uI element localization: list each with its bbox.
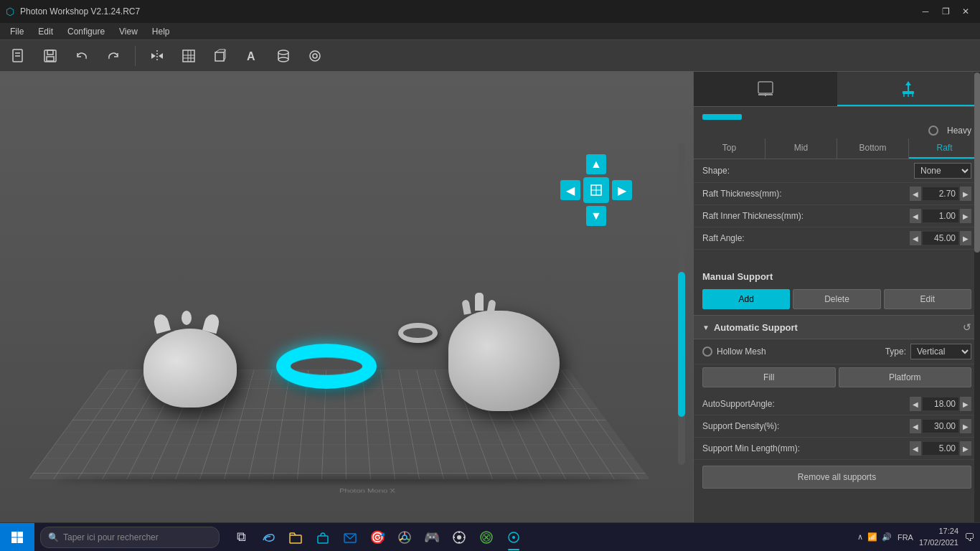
search-bar[interactable]: 🔍 Taper ici pour rechercher — [40, 527, 220, 548]
density-dec[interactable]: ◀ — [910, 419, 921, 433]
nav-right-button[interactable]: ▶ — [612, 180, 632, 200]
raft-angle-display: 45.00 — [923, 232, 958, 245]
volume-icon[interactable]: 🔊 — [882, 532, 892, 542]
tab-raft[interactable]: Raft — [909, 138, 980, 159]
torus-button[interactable] — [302, 43, 328, 69]
toolbar: A — [0, 40, 980, 72]
refresh-icon[interactable]: ↺ — [963, 321, 971, 333]
raft-thickness-dec[interactable]: ◀ — [910, 187, 921, 201]
text-button[interactable]: A — [239, 43, 265, 69]
remove-all-supports-button[interactable]: Remove all supports — [702, 466, 971, 489]
close-button[interactable]: ✕ — [957, 3, 974, 20]
raft-angle-dec[interactable]: ◀ — [910, 231, 921, 245]
support-density-label: Support Density(%): — [702, 421, 910, 431]
box-button[interactable] — [207, 43, 233, 69]
min-length-inc[interactable]: ▶ — [960, 441, 971, 456]
auto-support-header[interactable]: ▼ Automatic Support ↺ — [694, 315, 980, 339]
raft-inner-inc[interactable]: ▶ — [960, 209, 971, 223]
chrome-button[interactable] — [392, 523, 418, 552]
panel-scroll-thumb[interactable] — [974, 72, 980, 253]
svg-rect-5 — [47, 57, 54, 61]
mail-button[interactable] — [337, 523, 363, 552]
tab-top[interactable]: Top — [694, 138, 765, 159]
nav-center-button[interactable] — [583, 177, 609, 203]
scroll-track — [678, 143, 685, 465]
fill-platform-row: Fill Platform — [694, 364, 980, 393]
restore-button[interactable]: ❐ — [937, 3, 954, 20]
cylinder-button[interactable] — [270, 43, 296, 69]
shape-select[interactable]: None Square Round — [914, 163, 971, 179]
vertical-scrollbar[interactable] — [676, 143, 687, 465]
menu-file[interactable]: File — [3, 25, 31, 38]
tab-support[interactable] — [837, 72, 981, 106]
notification-icon[interactable]: 🗨 — [964, 532, 974, 543]
redo-button[interactable] — [100, 43, 126, 69]
store-button[interactable] — [310, 523, 336, 552]
scroll-thumb[interactable] — [678, 272, 685, 417]
raft-thickness-inc[interactable]: ▶ — [960, 187, 971, 201]
delete-support-button[interactable]: Delete — [793, 289, 880, 309]
edge-button[interactable] — [255, 523, 281, 552]
menu-help[interactable]: Help — [145, 25, 177, 38]
auto-support-angle-label: AutoSupportAngle: — [702, 399, 910, 409]
svg-rect-26 — [758, 82, 773, 93]
fill-button[interactable]: Fill — [702, 367, 836, 387]
min-length-dec[interactable]: ◀ — [910, 441, 921, 456]
density-inc[interactable]: ▶ — [960, 419, 971, 433]
support-min-length-label: Support Min Length(mm): — [702, 443, 910, 453]
tab-settings[interactable] — [694, 72, 837, 106]
new-button[interactable] — [6, 43, 32, 69]
menu-configure[interactable]: Configure — [60, 25, 112, 38]
svg-rect-35 — [11, 532, 17, 537]
minimize-button[interactable]: ─ — [917, 3, 934, 20]
main-area: Photon Mono X ▲ ▼ ◀ ▶ — [0, 72, 980, 522]
panel-scrollbar[interactable] — [974, 72, 980, 522]
undo-button[interactable] — [69, 43, 95, 69]
nav-down-button[interactable]: ▼ — [586, 206, 606, 226]
taskbar-apps: ⧉ 🎯 🎮 — [228, 523, 527, 552]
chevron-icon[interactable]: ∧ — [857, 532, 863, 542]
start-button[interactable] — [0, 523, 34, 552]
triangle-icon: ▼ — [702, 324, 710, 331]
tab-mid[interactable]: Mid — [765, 138, 837, 159]
manual-support-title: Manual Support — [694, 264, 980, 286]
edit-support-button[interactable]: Edit — [884, 289, 971, 309]
app1-button[interactable]: 🎯 — [364, 523, 390, 552]
heavy-label: Heavy — [947, 126, 971, 136]
cyan-ring[interactable] — [276, 344, 377, 389]
tab-bottom[interactable]: Bottom — [837, 138, 909, 159]
raft-angle-row: Raft Angle: ◀ 45.00 ▶ — [694, 227, 980, 250]
rhino-object[interactable] — [448, 311, 560, 411]
photon-button[interactable] — [501, 523, 527, 552]
task-view-button[interactable]: ⧉ — [228, 523, 254, 552]
grid-button[interactable] — [176, 43, 202, 69]
nav-left-button[interactable]: ◀ — [560, 180, 580, 200]
xbox-button[interactable] — [473, 523, 499, 552]
save-button[interactable] — [37, 43, 63, 69]
platform-button[interactable]: Platform — [839, 367, 972, 387]
steam-button[interactable] — [446, 523, 472, 552]
nav-up-button[interactable]: ▲ — [586, 154, 606, 174]
taskbar: 🔍 Taper ici pour rechercher ⧉ 🎯 🎮 — [0, 522, 980, 551]
type-select[interactable]: Vertical Horizontal Diagonal — [910, 344, 971, 359]
svg-point-48 — [457, 535, 461, 540]
angle-dec[interactable]: ◀ — [910, 397, 921, 411]
heavy-radio[interactable] — [928, 126, 938, 136]
raft-inner-dec[interactable]: ◀ — [910, 209, 921, 223]
titlebar: ⬡ Photon Workshop V2.1.24.RC7 ─ ❐ ✕ — [0, 0, 980, 23]
menu-view[interactable]: View — [112, 25, 145, 38]
taskbar-right: ∧ 📶 🔊 FRA 17:24 17/02/2021 🗨 — [857, 526, 980, 548]
file-explorer-button[interactable] — [283, 523, 308, 552]
mirror-button[interactable] — [144, 43, 170, 69]
cat-object[interactable] — [143, 329, 237, 408]
hollow-mesh-radio[interactable] — [702, 347, 712, 357]
add-support-button[interactable]: Add — [702, 289, 790, 309]
viewport[interactable]: Photon Mono X ▲ ▼ ◀ ▶ — [0, 72, 693, 522]
angle-inc[interactable]: ▶ — [960, 397, 971, 411]
raft-angle-inc[interactable]: ▶ — [960, 231, 971, 245]
sub-tabs: Top Mid Bottom Raft — [694, 138, 980, 159]
app2-button[interactable]: 🎮 — [419, 523, 445, 552]
language-indicator[interactable]: FRA — [897, 533, 913, 542]
menu-edit[interactable]: Edit — [31, 25, 60, 38]
gray-ring[interactable] — [398, 323, 438, 343]
